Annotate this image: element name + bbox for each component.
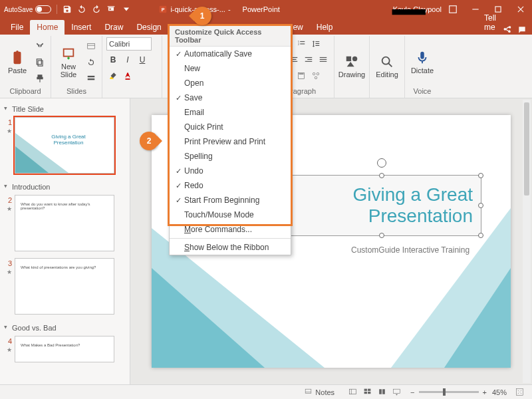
title-placeholder[interactable]: Giving a Great Presentation	[282, 175, 481, 236]
svg-rect-12	[126, 78, 130, 80]
qat-item-open[interactable]: Open	[170, 76, 291, 90]
font-color-button[interactable]	[121, 69, 134, 82]
notes-label[interactable]: Notes	[315, 388, 334, 396]
new-slide-button[interactable]: New Slide	[55, 47, 82, 78]
subtitle-text[interactable]: CustomGuide Interactive Training	[351, 245, 469, 255]
rotate-handle-icon[interactable]	[377, 158, 386, 168]
dictate-button[interactable]: Dictate	[409, 51, 436, 74]
thumbnail-4[interactable]: What Makes a Bad Presentation?	[15, 336, 114, 362]
line-spacing-button[interactable]	[309, 37, 323, 51]
qat-item-spelling[interactable]: Spelling	[170, 149, 291, 164]
highlight-button[interactable]	[106, 69, 120, 82]
resize-handle[interactable]	[379, 233, 384, 238]
qat-item-save[interactable]: ✓Save	[170, 90, 291, 105]
font-name-combo[interactable]: Calibri	[106, 37, 152, 51]
slide-number-3: 3★	[3, 258, 12, 315]
zoom-in[interactable]: +	[483, 388, 487, 396]
slide-panel[interactable]: Title Slide 1★ Giving a Great Presentati…	[0, 98, 130, 384]
fit-to-window-button[interactable]	[512, 386, 527, 398]
qat-item-email[interactable]: Email	[170, 105, 291, 120]
reset-button[interactable]	[84, 56, 98, 69]
slide-number-4: 4★	[3, 336, 12, 362]
qat-item-quick-print[interactable]: Quick Print	[170, 120, 291, 134]
qat-customize-dropdown[interactable]	[121, 3, 132, 15]
autosave-label: AutoSave	[4, 6, 33, 13]
thumbnail-3[interactable]: What kind of presentations are you givin…	[15, 258, 114, 315]
autosave-toggle[interactable]: AutoSave	[4, 5, 51, 13]
reading-view-button[interactable]	[374, 386, 389, 398]
slideshow-from-start-icon[interactable]	[106, 5, 116, 14]
vertical-scrollbar[interactable]	[523, 100, 531, 383]
qat-item-automatically-save[interactable]: ✓Automatically Save	[170, 47, 291, 61]
italic-button[interactable]: I	[121, 53, 134, 66]
zoom-out[interactable]: −	[410, 388, 414, 396]
qat-item-undo[interactable]: ✓Undo	[170, 164, 291, 178]
layout-button[interactable]	[84, 40, 98, 53]
section-introduction[interactable]: Introduction	[3, 180, 127, 195]
undo-icon[interactable]	[77, 5, 86, 14]
resize-handle[interactable]	[478, 173, 483, 178]
notes-button[interactable]	[301, 386, 315, 398]
editing-button[interactable]: Editing	[374, 55, 400, 78]
qat-show-below[interactable]: Show Below the Ribbon	[170, 240, 291, 255]
share-icon[interactable]	[503, 25, 512, 35]
align-text-button[interactable]	[295, 69, 308, 82]
smartart-button[interactable]	[309, 69, 323, 82]
tab-insert[interactable]: Insert	[65, 20, 98, 35]
svg-rect-49	[364, 392, 366, 394]
svg-text:P: P	[162, 7, 165, 12]
resize-handle[interactable]	[478, 203, 483, 208]
qat-item-new[interactable]: New	[170, 61, 291, 76]
normal-view-button[interactable]	[345, 386, 360, 398]
qat-customize-menu: Customize Quick Access Toolbar ✓Automati…	[169, 25, 291, 255]
cut-button[interactable]	[33, 40, 47, 53]
zoom-slider[interactable]	[419, 391, 479, 393]
tab-home[interactable]: Home	[30, 20, 65, 35]
save-icon[interactable]	[63, 5, 72, 14]
qat-item-start-from-beginning[interactable]: ✓Start From Beginning	[170, 193, 291, 207]
title-text[interactable]: Giving a Great Presentation	[283, 184, 481, 227]
thumbnail-1[interactable]: Giving a Great Presentation	[15, 117, 114, 174]
ribbon-options-icon[interactable]	[448, 5, 458, 14]
qat-item-print-preview-and-print[interactable]: Print Preview and Print	[170, 134, 291, 149]
drawing-button[interactable]: Drawing	[338, 55, 365, 78]
zoom-level[interactable]: 45%	[492, 388, 507, 396]
slideshow-view-button[interactable]	[389, 386, 404, 398]
svg-rect-8	[88, 43, 95, 49]
qat-item-touch-mouse-mode[interactable]: Touch/Mouse Mode	[170, 207, 291, 222]
format-painter-button[interactable]	[33, 72, 47, 85]
tab-help[interactable]: Help	[310, 20, 340, 35]
resize-handle[interactable]	[379, 173, 384, 178]
svg-rect-32	[320, 57, 327, 58]
close-button[interactable]	[509, 0, 532, 19]
bold-button[interactable]: B	[106, 53, 120, 66]
section-title-slide[interactable]: Title Slide	[3, 102, 127, 117]
section-button[interactable]	[84, 72, 98, 85]
justify-button[interactable]	[317, 53, 330, 66]
tab-draw[interactable]: Draw	[98, 20, 130, 35]
tab-design[interactable]: Design	[130, 20, 168, 35]
autosave-switch-icon	[35, 5, 51, 13]
resize-handle[interactable]	[478, 233, 483, 238]
tab-file[interactable]: File	[4, 20, 30, 35]
svg-rect-27	[292, 59, 297, 60]
svg-point-37	[313, 72, 315, 75]
underline-button[interactable]: U	[136, 53, 149, 66]
section-good-bad[interactable]: Good vs. Bad	[3, 321, 127, 336]
tell-me[interactable]: Tell me	[477, 11, 503, 35]
status-bar: Notes − + 45%	[0, 384, 532, 399]
thumbnail-2[interactable]: What do you want to know after today's p…	[15, 195, 114, 251]
redo-icon[interactable]	[92, 5, 101, 14]
paste-button[interactable]: Paste	[4, 51, 31, 74]
qat-item-redo[interactable]: ✓Redo	[170, 178, 291, 193]
group-drawing: Drawing	[334, 36, 370, 98]
align-right-button[interactable]	[302, 53, 315, 66]
comments-icon[interactable]	[517, 25, 527, 35]
qat-more-commands[interactable]: More Commands...	[170, 222, 291, 237]
callout-2: 2	[140, 132, 158, 150]
copy-button[interactable]	[33, 56, 47, 69]
sorter-view-button[interactable]	[360, 386, 374, 398]
svg-rect-48	[368, 389, 370, 391]
numbering-button[interactable]: 12	[295, 37, 308, 51]
svg-rect-51	[393, 389, 400, 394]
